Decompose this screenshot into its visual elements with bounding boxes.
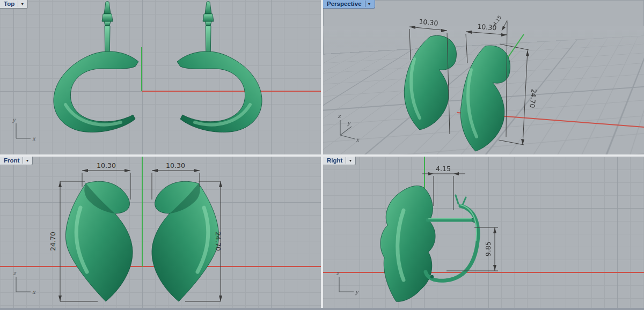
- axis-indicator: y x: [12, 117, 36, 142]
- viewport-tab-label: Front: [4, 157, 19, 164]
- front-view-canvas: 10.30 10.30 24.70: [0, 157, 321, 308]
- axis-label-y: y: [355, 289, 359, 296]
- viewport-tab-perspective[interactable]: Perspective ▼: [323, 0, 375, 9]
- earring-right-model[interactable]: [152, 181, 219, 301]
- dim-value[interactable]: 24.70: [528, 88, 538, 108]
- axis-label-z: z: [13, 270, 17, 276]
- viewport-tab-label: Right: [327, 157, 342, 164]
- axis-label-x: x: [32, 289, 36, 295]
- viewport-tab-label: Perspective: [327, 1, 362, 7]
- dim-value[interactable]: 4.15: [492, 14, 503, 26]
- dim-value[interactable]: 24.70: [49, 232, 57, 251]
- dim-value[interactable]: 10.30: [166, 161, 185, 169]
- earring-side-model[interactable]: [380, 186, 478, 301]
- dim-value[interactable]: 9.85: [484, 241, 492, 256]
- swirl-body[interactable]: [54, 51, 138, 132]
- viewport-grid: y x Top ▼: [0, 0, 644, 310]
- top-view-canvas: y x: [0, 0, 321, 154]
- post-tip: [456, 195, 466, 205]
- window-bottom-edge: [0, 308, 644, 310]
- earring-left-model[interactable]: [65, 181, 133, 301]
- earring-right-model[interactable]: [177, 2, 262, 132]
- axis-indicator: z y: [336, 270, 359, 296]
- axis-label-x: x: [356, 137, 360, 143]
- axis-indicator: z x: [13, 270, 36, 295]
- dim-value[interactable]: 4.15: [436, 165, 451, 173]
- axis-label-z: z: [338, 113, 341, 119]
- dim-value[interactable]: 24.70: [214, 232, 222, 251]
- chevron-down-icon[interactable]: ▼: [25, 158, 30, 163]
- viewport-tab-right[interactable]: Right ▼: [323, 157, 356, 165]
- axis-label-x: x: [32, 136, 36, 142]
- right-view-canvas: 4.15 9.85 z y: [323, 157, 644, 308]
- viewport-top[interactable]: y x Top ▼: [0, 0, 321, 154]
- viewport-right[interactable]: 4.15 9.85 z y Right ▼: [323, 157, 644, 308]
- chevron-down-icon[interactable]: ▼: [20, 2, 25, 6]
- swirl-body[interactable]: [177, 51, 262, 132]
- tab-divider: [346, 157, 346, 164]
- dim-value[interactable]: 10.30: [419, 17, 438, 27]
- chevron-down-icon[interactable]: ▼: [348, 158, 353, 163]
- leaf-body[interactable]: [380, 186, 435, 301]
- ear-wire-post[interactable]: [104, 2, 111, 14]
- tab-divider: [23, 157, 23, 164]
- earring-right-model[interactable]: [460, 46, 510, 151]
- viewport-tab-label: Top: [4, 1, 14, 7]
- viewport-tab-top[interactable]: Top ▼: [0, 0, 28, 9]
- ear-wire-neck: [104, 21, 111, 26]
- ear-wire-collar[interactable]: [102, 14, 113, 21]
- viewport-tab-front[interactable]: Front ▼: [0, 157, 33, 165]
- ear-wire-collar: [203, 14, 214, 21]
- tab-divider: [18, 1, 18, 7]
- tab-divider: [365, 1, 365, 7]
- hinge-dot: [430, 275, 434, 278]
- axis-label-y: y: [347, 120, 351, 127]
- viewport-front[interactable]: 10.30 10.30 24.70: [0, 157, 321, 308]
- earring-left-model[interactable]: [54, 2, 138, 132]
- viewport-perspective[interactable]: 10.30 10.30 4.15 24.70: [323, 0, 644, 154]
- perspective-view-canvas: 10.30 10.30 4.15 24.70: [323, 0, 644, 154]
- axis-indicator: z y x: [338, 113, 360, 143]
- axis-label-z: z: [336, 270, 340, 276]
- dim-value[interactable]: 10.30: [97, 161, 116, 169]
- chevron-down-icon[interactable]: ▼: [367, 2, 372, 6]
- axis-label-y: y: [12, 117, 16, 123]
- ear-wire-neck: [205, 21, 211, 26]
- ear-wire-post: [205, 2, 211, 14]
